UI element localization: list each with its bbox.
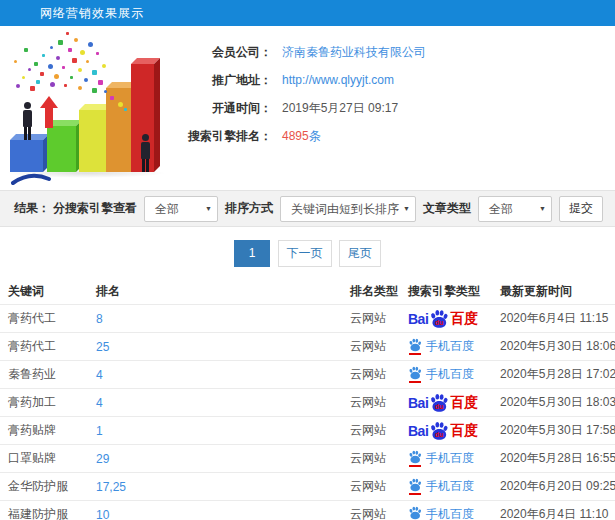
article-type-select[interactable]: 全部 xyxy=(478,196,552,222)
svg-text:du: du xyxy=(435,431,443,438)
results-table: 关键词 排名 排名类型 搜索引擎类型 最新更新时间 膏药代工8云网站Baidu百… xyxy=(0,279,615,520)
rank-link[interactable]: 4 xyxy=(96,368,103,382)
table-row: 膏药代工25云网站手机百度2020年5月30日 18:06 xyxy=(0,333,615,361)
title-bar: 网络营销效果展示 xyxy=(0,0,615,26)
businessman-watching xyxy=(136,134,154,172)
page-1-button[interactable]: 1 xyxy=(234,240,270,267)
mobile-baidu-logo: 手机百度 xyxy=(408,338,474,355)
summary-section: 会员公司： 济南秦鲁药业科技有限公司 推广地址： http://www.qlyy… xyxy=(0,26,615,186)
keyword-cell: 膏药代工 xyxy=(0,305,88,333)
submit-button[interactable]: 提交 xyxy=(559,196,603,222)
keyword-cell: 金华防护服 xyxy=(0,473,88,501)
engine-rank-label: 搜索引擎排名： xyxy=(180,128,272,145)
bar-yellow xyxy=(79,110,106,172)
red-underline xyxy=(409,353,421,355)
engine-filter-label: 分搜索引擎查看 xyxy=(53,200,137,217)
keyword-cell: 秦鲁药业 xyxy=(0,361,88,389)
last-page-button[interactable]: 尾页 xyxy=(339,240,381,267)
mobile-baidu-logo: 手机百度 xyxy=(408,506,474,520)
engine-cell: Baidu百度 xyxy=(400,389,492,417)
table-row: 口罩贴牌29云网站手机百度2020年5月28日 16:55 xyxy=(0,445,615,473)
company-row: 会员公司： 济南秦鲁药业科技有限公司 xyxy=(180,38,615,66)
baidu-logo: Baidu百度 xyxy=(408,309,478,329)
mobile-baidu-label: 手机百度 xyxy=(426,366,474,383)
table-row: 膏药加工4云网站Baidu百度2020年5月30日 18:03 xyxy=(0,389,615,417)
engine-cell: 手机百度 xyxy=(400,501,492,520)
baidu-paw-icon xyxy=(408,450,422,464)
rank-type-cell: 云网站 xyxy=(342,305,400,333)
updated-cell: 2020年5月28日 16:55 xyxy=(492,445,615,473)
company-label: 会员公司： xyxy=(180,44,272,61)
mobile-baidu-label: 手机百度 xyxy=(426,478,474,495)
baidu-logo: Baidu百度 xyxy=(408,421,478,441)
article-type-label: 文章类型 xyxy=(423,200,471,217)
caret-down-icon xyxy=(539,197,546,221)
rank-type-cell: 云网站 xyxy=(342,361,400,389)
rank-link[interactable]: 8 xyxy=(96,312,103,326)
col-engine-type: 搜索引擎类型 xyxy=(400,279,492,305)
caret-down-icon xyxy=(403,197,410,221)
bar-blue xyxy=(10,140,43,172)
results-table-body: 膏药代工8云网站Baidu百度2020年6月4日 11:15膏药代工25云网站手… xyxy=(0,305,615,520)
opened-time-label: 开通时间： xyxy=(180,100,272,117)
pagination: 1 下一页 尾页 xyxy=(0,227,615,279)
rank-type-cell: 云网站 xyxy=(342,333,400,361)
baidu-paw-icon xyxy=(408,506,422,520)
engine-cell: Baidu百度 xyxy=(400,417,492,445)
businessman-on-bar xyxy=(18,102,36,140)
table-row: 秦鲁药业4云网站手机百度2020年5月28日 17:02 xyxy=(0,361,615,389)
baidu-paw-icon: du xyxy=(429,393,449,413)
engine-rank-row: 搜索引擎排名： 4895条 xyxy=(180,122,615,150)
rank-type-cell: 云网站 xyxy=(342,389,400,417)
caret-down-icon xyxy=(205,197,212,221)
company-link[interactable]: 济南秦鲁药业科技有限公司 xyxy=(282,44,426,61)
rank-cell: 8 xyxy=(88,305,342,333)
mobile-baidu-logo: 手机百度 xyxy=(408,478,474,495)
rank-link[interactable]: 1 xyxy=(96,424,103,438)
red-underline xyxy=(409,493,421,495)
rank-cell: 4 xyxy=(88,389,342,417)
engine-cell: 手机百度 xyxy=(400,361,492,389)
keyword-cell: 口罩贴牌 xyxy=(0,445,88,473)
sort-select[interactable]: 关键词由短到长排序 xyxy=(280,196,416,222)
member-info: 会员公司： 济南秦鲁药业科技有限公司 推广地址： http://www.qlyy… xyxy=(180,26,615,186)
baidu-paw-icon: du xyxy=(429,309,449,329)
rank-cell: 1 xyxy=(88,417,342,445)
page-title: 网络营销效果展示 xyxy=(40,6,144,20)
engine-filter-select[interactable]: 全部 xyxy=(144,196,218,222)
rank-link[interactable]: 25 xyxy=(96,340,109,354)
rank-cell: 25 xyxy=(88,333,342,361)
engine-cell: 手机百度 xyxy=(400,473,492,501)
engine-cell: 手机百度 xyxy=(400,333,492,361)
engine-rank-unit-link[interactable]: 条 xyxy=(309,128,321,145)
rank-type-cell: 云网站 xyxy=(342,417,400,445)
up-arrow-icon xyxy=(45,107,53,128)
updated-cell: 2020年6月4日 11:10 xyxy=(492,501,615,520)
promo-url-link[interactable]: http://www.qlyyjt.com xyxy=(282,73,394,87)
rank-type-cell: 云网站 xyxy=(342,445,400,473)
engine-cell: 手机百度 xyxy=(400,445,492,473)
keyword-cell: 膏药代工 xyxy=(0,333,88,361)
red-underline xyxy=(409,465,421,467)
col-rank: 排名 xyxy=(88,279,342,305)
mobile-baidu-label: 手机百度 xyxy=(426,506,474,520)
svg-text:du: du xyxy=(435,403,443,410)
rank-link[interactable]: 10 xyxy=(96,508,109,520)
article-type-value: 全部 xyxy=(489,202,513,216)
next-page-button[interactable]: 下一页 xyxy=(278,240,332,267)
sort-label: 排序方式 xyxy=(225,200,273,217)
promo-url-label: 推广地址： xyxy=(180,72,272,89)
svg-text:du: du xyxy=(435,319,443,326)
baidu-paw-icon: du xyxy=(429,421,449,441)
table-row: 膏药贴牌1云网站Baidu百度2020年5月30日 17:58 xyxy=(0,417,615,445)
updated-cell: 2020年5月30日 17:58 xyxy=(492,417,615,445)
rank-link[interactable]: 29 xyxy=(96,452,109,466)
rank-link[interactable]: 17,25 xyxy=(96,480,126,494)
blue-swoosh-icon xyxy=(10,170,52,186)
result-label: 结果： xyxy=(14,200,50,217)
table-row: 金华防护服17,25云网站手机百度2020年6月20日 09:25 xyxy=(0,473,615,501)
keyword-cell: 膏药贴牌 xyxy=(0,417,88,445)
rank-link[interactable]: 4 xyxy=(96,396,103,410)
engine-rank-count: 4895 xyxy=(282,129,309,143)
rank-cell: 10 xyxy=(88,501,342,520)
